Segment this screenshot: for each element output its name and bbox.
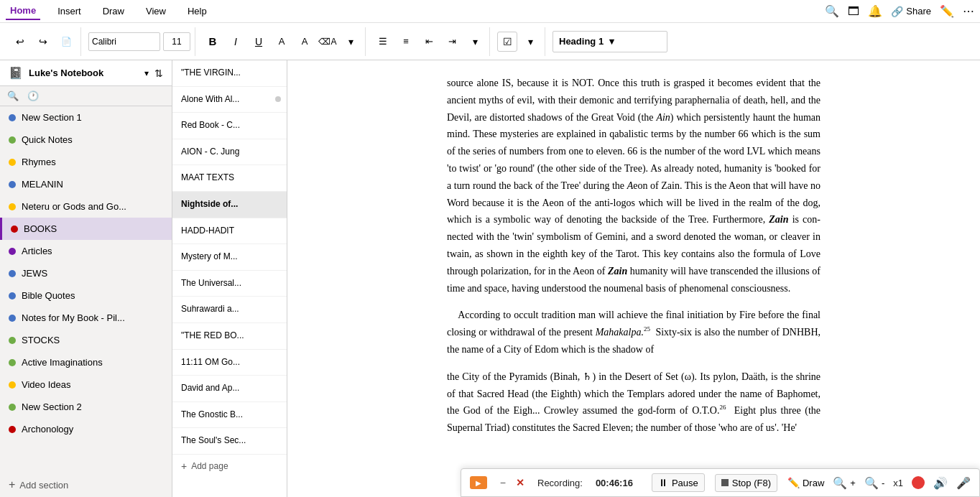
- sidebar-item-melanin[interactable]: MELANIN: [0, 173, 172, 195]
- page-item-red-book[interactable]: Red Book - C...: [172, 113, 287, 139]
- page-item-1111[interactable]: 11:11 OM Go...: [172, 350, 287, 376]
- sidebar-item-video-ideas[interactable]: Video Ideas: [0, 373, 172, 396]
- zoom-out-button[interactable]: 🔍 -: [864, 476, 884, 490]
- page-item-maat[interactable]: MAAT TEXTS: [172, 165, 287, 192]
- clear-format-button[interactable]: ⌫A: [318, 32, 338, 52]
- plus-icon: +: [9, 478, 15, 491]
- page-button[interactable]: 📄: [56, 32, 76, 52]
- sidebar-item-archonology[interactable]: Archonology: [0, 418, 172, 440]
- sidebar-item-neteru[interactable]: Neteru or Gods and Go...: [0, 195, 172, 218]
- highlight-button[interactable]: A: [272, 32, 292, 52]
- add-section-button[interactable]: + Add section: [0, 473, 172, 497]
- volume-icon[interactable]: 🔊: [933, 476, 948, 490]
- style-chevron: ▾: [609, 36, 614, 47]
- more-icon[interactable]: ⋯: [963, 4, 974, 18]
- checklist-button[interactable]: ☑: [497, 32, 517, 52]
- search-icon: 🔍: [7, 90, 19, 101]
- sidebar-item-stocks[interactable]: STOCKS: [0, 329, 172, 351]
- tab-help[interactable]: Help: [183, 3, 211, 19]
- recording-minimize-button[interactable]: −: [500, 477, 506, 488]
- page-item-hadd[interactable]: HADD-HADIT: [172, 218, 287, 245]
- sidebar-item-notes-for-my-book[interactable]: Notes for My Book - Pil...: [0, 307, 172, 329]
- undo-button[interactable]: ↩: [10, 32, 30, 52]
- content-area[interactable]: source alone IS, because it is NOT. Once…: [287, 60, 980, 497]
- tab-view[interactable]: View: [142, 3, 170, 19]
- italic-button[interactable]: I: [226, 32, 246, 52]
- tab-home[interactable]: Home: [6, 2, 40, 20]
- recording-close-button[interactable]: ✕: [516, 477, 524, 488]
- stop-button[interactable]: Stop (F8): [715, 474, 777, 492]
- section-label: STOCKS: [22, 335, 60, 345]
- recording-title-label: Recording:: [537, 478, 583, 488]
- sidebar-item-rhymes[interactable]: Rhymes: [0, 151, 172, 173]
- indent-increase-button[interactable]: ⇥: [442, 32, 462, 52]
- page-item-aion[interactable]: AION - C. Jung: [172, 139, 287, 166]
- page-item-gnostic[interactable]: The Gnostic B...: [172, 402, 287, 429]
- title-bar: Home Insert Draw View Help 🔍 🗖 🔔 🔗 Share…: [0, 0, 980, 23]
- section-color-dot: [9, 248, 16, 255]
- section-color-dot: [11, 226, 18, 233]
- bold-button[interactable]: B: [203, 32, 223, 52]
- sidebar-item-bible-quotes[interactable]: Bible Quotes: [0, 284, 172, 307]
- mic-icon[interactable]: 🎤: [956, 476, 971, 490]
- sidebar-item-articles[interactable]: Articles: [0, 240, 172, 262]
- page-item-david[interactable]: David and Ap...: [172, 376, 287, 402]
- page-item-mystery[interactable]: Mystery of M...: [172, 244, 287, 271]
- sidebar-item-new-section-1[interactable]: New Section 1: [0, 106, 172, 129]
- edit-icon[interactable]: ✏️: [940, 4, 954, 18]
- draw-button[interactable]: ✏️ Draw: [787, 477, 824, 488]
- recent-icon[interactable]: 🕐: [27, 90, 39, 101]
- sidebar-item-active-imaginations[interactable]: Active Imaginations: [0, 351, 172, 373]
- page-item-suhrawardi[interactable]: Suhrawardi a...: [172, 297, 287, 323]
- format-dropdown[interactable]: ▾: [341, 32, 361, 52]
- page-item-virgin[interactable]: "THE VIRGIN...: [172, 60, 287, 87]
- rec-indicator: [912, 476, 925, 489]
- page-item-universal[interactable]: The Universal...: [172, 271, 287, 297]
- section-color-dot: [9, 359, 16, 366]
- bell-icon[interactable]: 🔔: [868, 4, 882, 18]
- underline-button[interactable]: U: [249, 32, 269, 52]
- redo-button[interactable]: ↪: [33, 32, 53, 52]
- recording-bar: ▶ − ✕ Recording: 00:46:16 ⏸ Pause Stop (…: [461, 468, 980, 497]
- bullet-list-button[interactable]: ☰: [373, 32, 393, 52]
- add-page-button[interactable]: + Add page: [172, 455, 287, 478]
- list-dropdown[interactable]: ▾: [465, 32, 485, 52]
- recording-timer: 00:46:16: [596, 478, 633, 488]
- recording-cam-icon: ▶: [470, 476, 487, 489]
- section-color-dot: [9, 136, 16, 144]
- share-icon: 🔗: [891, 6, 903, 17]
- zoom-in-button[interactable]: 🔍 +: [833, 476, 856, 490]
- page-item-red-book-2[interactable]: "THE RED BO...: [172, 323, 287, 350]
- tab-draw[interactable]: Draw: [98, 3, 129, 19]
- page-item-alone-with[interactable]: Alone With Al...: [172, 87, 287, 113]
- section-label: Notes for My Book - Pil...: [22, 312, 125, 323]
- pause-button[interactable]: ⏸ Pause: [652, 473, 705, 492]
- section-color-dot: [9, 315, 16, 322]
- style-label: Heading 1: [559, 36, 604, 47]
- section-label: JEWS: [22, 268, 47, 279]
- numbered-list-button[interactable]: ≡: [396, 32, 416, 52]
- checklist-dropdown[interactable]: ▾: [520, 32, 540, 52]
- style-selector[interactable]: Heading 1 ▾: [553, 31, 667, 52]
- indent-decrease-button[interactable]: ⇤: [419, 32, 439, 52]
- share-button[interactable]: 🔗 Share: [891, 6, 931, 17]
- sidebar-item-books[interactable]: BOOKS: [0, 218, 172, 240]
- notebook-header: 📓 Luke's Notebook ▾ ⇅: [0, 60, 172, 86]
- font-name-input[interactable]: [88, 32, 160, 51]
- sidebar-item-quick-notes[interactable]: Quick Notes: [0, 129, 172, 151]
- notebook-dropdown-icon[interactable]: ▾: [144, 68, 149, 78]
- page-item-souls-sec[interactable]: The Soul's Sec...: [172, 428, 287, 455]
- window-icon[interactable]: 🗖: [848, 5, 859, 18]
- section-color-dot: [9, 270, 16, 277]
- search-icon[interactable]: 🔍: [825, 4, 839, 18]
- font-color-button[interactable]: A: [295, 32, 315, 52]
- sidebar-item-new-section-2[interactable]: New Section 2: [0, 396, 172, 418]
- format-group: B I U A A ⌫A ▾: [198, 27, 366, 56]
- font-size-input[interactable]: [163, 32, 190, 51]
- sort-icon[interactable]: ⇅: [154, 68, 163, 79]
- heading-group: Heading 1 ▾: [548, 27, 672, 56]
- section-list: New Section 1 Quick Notes Rhymes MELANIN…: [0, 106, 172, 473]
- page-item-nightside[interactable]: Nightside of...: [172, 192, 287, 218]
- sidebar-item-jews[interactable]: JEWS: [0, 262, 172, 284]
- tab-insert[interactable]: Insert: [53, 3, 85, 19]
